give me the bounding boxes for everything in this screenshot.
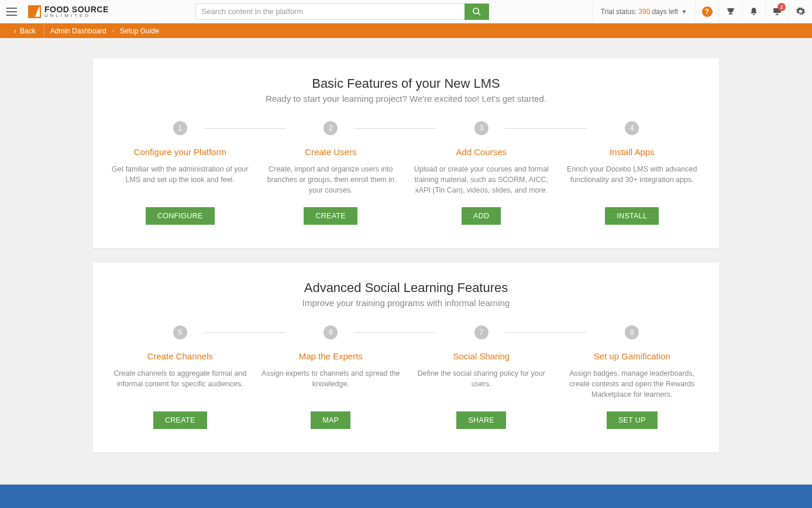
top-bar: FOOD SOURCE UNLIMITED Trial status: 390 … [0,0,812,23]
configure-button[interactable]: CONFIGURE [146,207,215,225]
step-desc: Define the social sharing policy for you… [412,368,551,401]
step-map-experts: 6 Map the Experts Assign experts to chan… [256,325,407,429]
search-input[interactable] [195,4,465,20]
help-icon: ? [702,6,713,17]
logo-sub: UNLIMITED [44,13,109,18]
presents-button[interactable]: 2 [765,0,789,23]
step-desc: Assign badges, manage leaderboards, crea… [563,368,702,401]
setup-gamification-button[interactable]: SET UP [607,411,658,429]
main-content: Basic Features of your New LMS Ready to … [0,38,812,508]
logo-mark-icon [28,5,41,18]
logo[interactable]: FOOD SOURCE UNLIMITED [23,5,113,18]
notifications-button[interactable] [742,0,765,23]
trial-days: 390 [638,8,650,16]
step-number: 6 [324,325,338,339]
step-create-channels: 5 Create Channels Create channels to agg… [105,325,256,429]
step-number: 4 [625,121,639,135]
basic-steps: 1 Configure your Platform Get familiar w… [105,121,707,225]
svg-point-0 [473,8,479,13]
step-title: Create Channels [111,351,250,361]
menu-icon[interactable] [0,0,23,23]
step-number: 8 [625,325,639,339]
basic-title: Basic Features of your New LMS [105,76,707,91]
advanced-steps: 5 Create Channels Create channels to agg… [105,325,707,429]
step-title: Configure your Platform [111,147,250,157]
search-button[interactable] [465,4,489,20]
search-form [195,4,489,20]
back-label: Back [20,27,36,35]
create-users-button[interactable]: CREATE [304,207,357,225]
chevron-right-icon: › [112,28,114,34]
step-desc: Assign experts to channels and spread th… [262,368,401,401]
top-icons: ? 2 [695,0,812,23]
step-install-apps: 4 Install Apps Enrich your Docebo LMS wi… [557,121,708,225]
step-title: Add Courses [412,147,551,157]
step-number: 7 [474,325,488,339]
breadcrumb-admin-dashboard[interactable]: Admin Dashboard [44,27,112,35]
logo-text: FOOD SOURCE UNLIMITED [44,5,109,18]
svg-line-1 [478,13,480,15]
presents-badge: 2 [777,3,786,11]
settings-button[interactable] [789,0,812,23]
breadcrumb-setup-guide[interactable]: Setup Guide [114,27,165,35]
basic-features-panel: Basic Features of your New LMS Ready to … [93,59,719,248]
footer-banner: More than 1,600 companies are using Doce… [0,485,812,508]
share-button[interactable]: SHARE [456,411,506,429]
step-desc: Upload or create your courses and formal… [412,164,551,197]
step-title: Map the Experts [262,351,401,361]
step-title: Social Sharing [412,351,551,361]
step-desc: Get familiar with the administration of … [111,164,250,197]
step-number: 3 [474,121,488,135]
install-apps-button[interactable]: INSTALL [605,207,659,225]
step-desc: Create, import and organize users into b… [262,164,401,197]
step-add-courses: 3 Add Courses Upload or create your cour… [406,121,557,225]
advanced-subtitle: Improve your training programs with info… [105,298,707,308]
step-desc: Enrich your Docebo LMS with advanced fun… [563,164,702,197]
bell-icon [749,6,758,16]
step-title: Set up Gamification [563,351,702,361]
chevron-left-icon: ‹ [14,27,16,35]
step-title: Install Apps [563,147,702,157]
step-number: 2 [324,121,338,135]
step-gamification: 8 Set up Gamification Assign badges, man… [557,325,708,429]
step-configure: 1 Configure your Platform Get familiar w… [105,121,256,225]
trial-suffix: days left [652,8,678,16]
map-experts-button[interactable]: MAP [311,411,350,429]
advanced-title: Advanced Social Learning Features [105,280,707,296]
create-channels-button[interactable]: CREATE [153,411,207,429]
breadcrumb: ‹ Back Admin Dashboard › Setup Guide [0,23,812,38]
add-courses-button[interactable]: ADD [462,207,501,225]
caret-down-icon: ▼ [682,9,687,15]
leaderboard-button[interactable] [718,0,742,23]
step-number: 5 [173,325,187,339]
step-title: Create Users [262,147,401,157]
step-number: 1 [173,121,187,135]
gear-icon [796,6,806,16]
trial-prefix: Trial status: [601,8,637,16]
trophy-icon [726,7,735,16]
step-create-users: 2 Create Users Create, import and organi… [256,121,407,225]
trial-status[interactable]: Trial status: 390 days left ▼ [592,0,695,23]
step-social-sharing: 7 Social Sharing Define the social shari… [406,325,557,429]
advanced-features-panel: Advanced Social Learning Features Improv… [93,263,719,452]
basic-subtitle: Ready to start your learning project? We… [105,94,707,104]
search-icon [472,7,481,16]
back-button[interactable]: ‹ Back [0,23,44,38]
help-button[interactable]: ? [695,0,718,23]
step-desc: Create channels to aggregate formal and … [111,368,250,401]
logo-main: FOOD SOURCE [44,5,109,13]
